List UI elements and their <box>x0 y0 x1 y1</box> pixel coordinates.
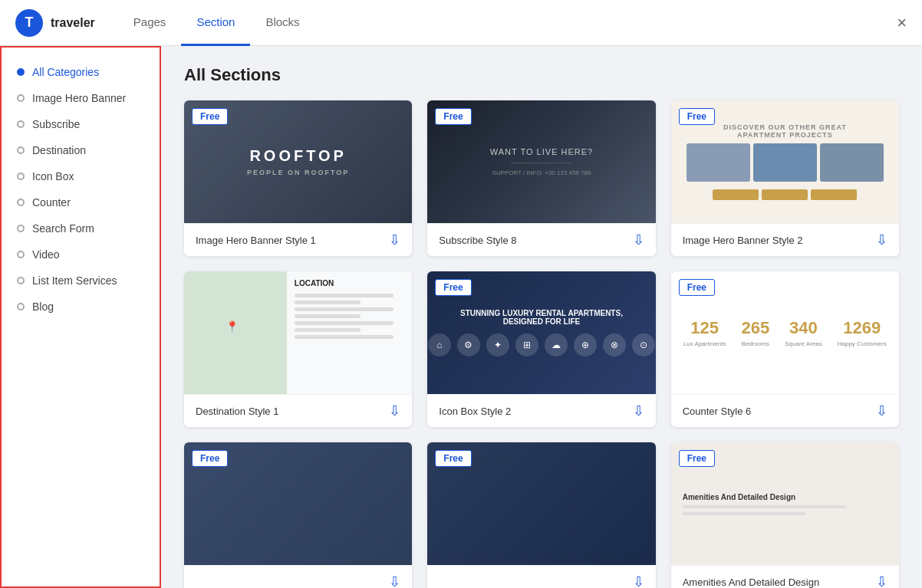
page-title: All Sections <box>184 65 899 85</box>
card-name: Amenities And Detailed Design <box>683 577 820 588</box>
sidebar-item-label: Video <box>32 248 60 261</box>
card-preview: Free STUNNING LUXURY RENTAL APARTMENTS,D… <box>427 271 655 394</box>
sidebar-dot <box>17 277 25 284</box>
free-badge: Free <box>192 108 228 125</box>
free-badge: Free <box>192 450 228 467</box>
free-badge: Free <box>679 279 715 296</box>
section-card-partial-1: Free⇩ <box>184 442 412 588</box>
card-footer: Counter Style 6⇩ <box>671 394 899 427</box>
close-button[interactable]: × <box>897 15 907 31</box>
card-footer: Icon Box Style 2⇩ <box>427 394 655 427</box>
section-card-image-hero-banner-style-2: Free DISCOVER OUR OTHER GREATAPARTMENT P… <box>671 100 899 256</box>
section-card-partial-3: Free Amenities And Detailed Design Ameni… <box>671 442 899 588</box>
sidebar-item-label: Destination <box>32 144 86 156</box>
download-button[interactable]: ⇩ <box>633 233 644 247</box>
download-button[interactable]: ⇩ <box>876 404 887 418</box>
free-badge: Free <box>435 450 471 467</box>
section-card-destination-style-1: Free 📍 LOCATION Destination Style 1⇩ <box>184 271 412 427</box>
sidebar-item-label: All Categories <box>32 66 99 78</box>
sections-grid: Free ROOFTOP PEOPLE ON ROOFTOP Image Her… <box>184 100 899 588</box>
sidebar-dot <box>17 303 25 310</box>
free-badge: Free <box>435 279 471 296</box>
tab-section[interactable]: Section <box>181 0 250 46</box>
section-card-icon-box-style-2: Free STUNNING LUXURY RENTAL APARTMENTS,D… <box>427 271 655 427</box>
sidebar-dot <box>17 146 25 154</box>
sidebar-dot <box>17 68 25 76</box>
sidebar-item-search-form[interactable]: Search Form <box>2 215 160 241</box>
sidebar-item-label: Blog <box>32 301 54 313</box>
sidebar-item-label: Icon Box <box>32 170 74 182</box>
card-name: Image Hero Banner Style 2 <box>683 235 803 246</box>
nav-tabs: Pages Section Blocks <box>118 0 315 46</box>
content-area: All Sections Free ROOFTOP PEOPLE ON ROOF… <box>161 46 922 588</box>
counter-stat: 265 Bedrooms <box>742 318 770 347</box>
card-preview: Free Amenities And Detailed Design <box>671 442 899 565</box>
card-footer: Amenities And Detailed Design⇩ <box>671 565 899 588</box>
sidebar-item-destination[interactable]: Destination <box>2 137 160 163</box>
sidebar-item-all-categories[interactable]: All Categories <box>2 59 160 85</box>
sidebar-item-label: List Item Services <box>32 274 117 287</box>
logo-area: T traveler <box>15 9 95 37</box>
section-card-subscribe-style-8: Free WANT TO LIVE HERE? SUPPORT / INFO: … <box>427 100 655 256</box>
sidebar-dot <box>17 172 25 180</box>
sidebar-dot <box>17 199 25 206</box>
counter-stat: 125 Lux Apartments <box>683 318 726 347</box>
sidebar: All CategoriesImage Hero BannerSubscribe… <box>0 46 161 588</box>
sidebar-item-image-hero-banner[interactable]: Image Hero Banner <box>2 85 160 111</box>
free-badge: Free <box>679 108 715 125</box>
sidebar-item-subscribe[interactable]: Subscribe <box>2 111 160 137</box>
sidebar-item-list-item-services[interactable]: List Item Services <box>2 268 160 294</box>
card-preview: Free <box>427 442 655 565</box>
card-preview: Free <box>184 442 412 565</box>
main-layout: All CategoriesImage Hero BannerSubscribe… <box>0 46 922 588</box>
card-preview: Free 125 Lux Apartments 265 Bedrooms 340… <box>671 271 899 394</box>
download-button[interactable]: ⇩ <box>876 575 887 588</box>
card-footer: Image Hero Banner Style 1⇩ <box>184 223 412 256</box>
card-footer: Image Hero Banner Style 2⇩ <box>671 223 899 256</box>
tab-blocks[interactable]: Blocks <box>250 0 314 46</box>
header: T traveler Pages Section Blocks × <box>0 0 922 46</box>
sidebar-dot <box>17 94 25 102</box>
download-button[interactable]: ⇩ <box>389 233 400 247</box>
download-button[interactable]: ⇩ <box>389 404 400 418</box>
card-preview: Free WANT TO LIVE HERE? SUPPORT / INFO: … <box>427 100 655 223</box>
sidebar-item-icon-box[interactable]: Icon Box <box>2 163 160 189</box>
free-badge: Free <box>435 108 471 125</box>
sidebar-item-label: Subscribe <box>32 118 80 130</box>
sidebar-item-blog[interactable]: Blog <box>2 294 160 320</box>
tab-pages[interactable]: Pages <box>118 0 182 46</box>
free-badge: Free <box>679 450 715 467</box>
sidebar-item-counter[interactable]: Counter <box>2 189 160 215</box>
card-name: Subscribe Style 8 <box>439 235 516 246</box>
download-button[interactable]: ⇩ <box>633 404 644 418</box>
counter-stat: 340 Square Areas <box>785 318 822 347</box>
card-preview: Free ROOFTOP PEOPLE ON ROOFTOP <box>184 100 412 223</box>
sidebar-dot <box>17 225 25 232</box>
card-footer: ⇩ <box>427 565 655 588</box>
sidebar-item-label: Counter <box>32 196 71 209</box>
sidebar-dot <box>17 120 25 128</box>
section-card-counter-style-6: Free 125 Lux Apartments 265 Bedrooms 340… <box>671 271 899 427</box>
card-footer: Destination Style 1⇩ <box>184 394 412 427</box>
card-name: Image Hero Banner Style 1 <box>196 235 316 246</box>
card-footer: Subscribe Style 8⇩ <box>427 223 655 256</box>
sidebar-dot <box>17 251 25 258</box>
sidebar-item-label: Image Hero Banner <box>32 92 126 104</box>
card-footer: ⇩ <box>184 565 412 588</box>
section-card-partial-2: Free⇩ <box>427 442 655 588</box>
download-button[interactable]: ⇩ <box>876 233 887 247</box>
sidebar-item-label: Search Form <box>32 222 94 235</box>
app-logo-icon: T <box>15 9 43 37</box>
counter-stat: 1269 Happy Customers <box>838 318 887 347</box>
card-preview: Free DISCOVER OUR OTHER GREATAPARTMENT P… <box>671 100 899 223</box>
download-button[interactable]: ⇩ <box>633 575 644 588</box>
app-name: traveler <box>51 16 95 30</box>
card-name: Counter Style 6 <box>683 406 752 417</box>
logo-letter: T <box>25 15 34 31</box>
preview-content: 📍 LOCATION <box>184 271 412 394</box>
sidebar-item-video[interactable]: Video <box>2 241 160 268</box>
card-preview: Free 📍 LOCATION <box>184 271 412 394</box>
download-button[interactable]: ⇩ <box>389 575 400 588</box>
section-card-image-hero-banner-style-1: Free ROOFTOP PEOPLE ON ROOFTOP Image Her… <box>184 100 412 256</box>
card-name: Destination Style 1 <box>196 406 278 417</box>
